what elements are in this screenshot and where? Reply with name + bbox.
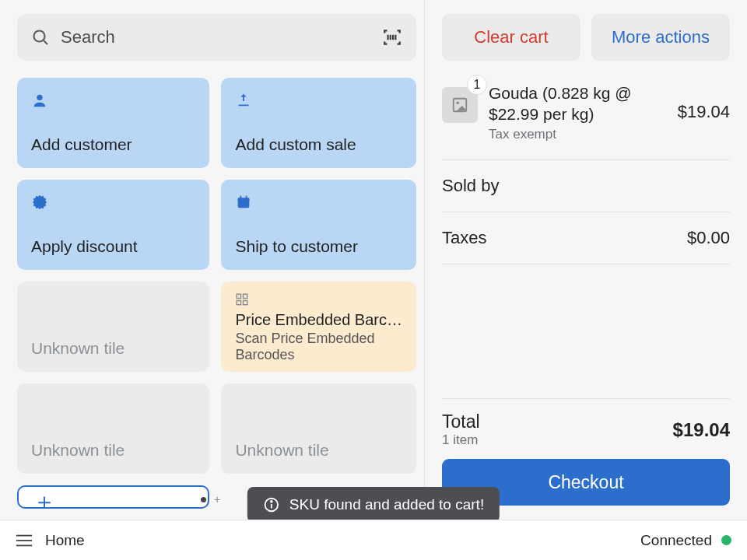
price-embedded-barcode-tile[interactable]: Price Embedded Barc… Scan Price Embedded… <box>221 282 416 372</box>
svg-rect-12 <box>244 294 247 298</box>
total-item-count: 1 item <box>442 432 480 448</box>
toast-message: SKU found and added to cart! <box>289 496 484 513</box>
svg-rect-11 <box>237 294 241 298</box>
bottom-bar: Home Connected <box>0 520 747 560</box>
connected-label: Connected <box>640 532 712 549</box>
cart-item-price: $19.04 <box>678 102 730 122</box>
menu-icon[interactable] <box>16 534 33 548</box>
grid-icon <box>235 292 249 306</box>
tile-label: Ship to customer <box>235 237 402 256</box>
info-icon <box>263 496 280 513</box>
upload-icon <box>235 92 252 109</box>
tile-label: Apply discount <box>31 237 195 256</box>
tile-label: Unknown tile <box>31 441 195 460</box>
apply-discount-tile[interactable]: Apply discount <box>17 180 209 270</box>
tile-label: Add customer <box>31 135 195 154</box>
search-icon <box>31 28 50 47</box>
total-row: Total 1 item $19.04 <box>442 398 730 448</box>
more-actions-button[interactable]: More actions <box>591 14 730 61</box>
svg-point-0 <box>34 31 45 42</box>
status-dot-icon <box>721 535 731 545</box>
add-tile-button[interactable]: ＋ <box>17 485 209 509</box>
svg-rect-8 <box>238 198 250 201</box>
person-icon <box>31 92 48 109</box>
unknown-tile[interactable]: Unknown tile <box>17 383 209 474</box>
connection-status[interactable]: Connected <box>640 532 731 549</box>
taxes-label: Taxes <box>442 228 486 248</box>
plus-icon: ＋ <box>33 486 56 509</box>
svg-rect-13 <box>237 301 241 305</box>
add-customer-tile[interactable]: Add customer <box>17 78 209 168</box>
quantity-badge: 1 <box>467 75 487 95</box>
tile-pager[interactable]: + <box>201 493 220 506</box>
add-custom-sale-tile[interactable]: Add custom sale <box>221 78 416 168</box>
tile-label: Unknown tile <box>31 339 195 358</box>
ship-to-customer-tile[interactable]: Ship to customer <box>221 180 416 270</box>
tile-subtitle: Scan Price Embedded Barcodes <box>235 331 402 364</box>
sold-by-label: Sold by <box>442 176 499 196</box>
tile-title: Price Embedded Barc… <box>235 311 402 329</box>
total-amount: $19.04 <box>673 419 730 441</box>
unknown-tile[interactable]: Unknown tile <box>17 282 209 372</box>
svg-line-1 <box>44 40 47 44</box>
pager-dot-active <box>201 497 206 502</box>
cart-item-tag: Tax exempt <box>489 127 667 142</box>
tile-label: Unknown tile <box>235 441 402 460</box>
calendar-icon <box>235 194 252 211</box>
svg-point-19 <box>271 501 272 502</box>
search-input[interactable] <box>61 27 382 47</box>
pager-add-icon[interactable]: + <box>214 493 220 506</box>
taxes-value: $0.00 <box>687 228 730 248</box>
image-icon <box>451 96 468 114</box>
clear-cart-button[interactable]: Clear cart <box>442 14 580 61</box>
cart-item-name: Gouda (0.828 kg @ $22.99 per kg) <box>489 82 667 125</box>
svg-rect-14 <box>244 301 247 305</box>
svg-point-6 <box>37 95 42 100</box>
unknown-tile[interactable]: Unknown tile <box>221 383 416 474</box>
taxes-row[interactable]: Taxes $0.00 <box>442 212 730 264</box>
search-bar[interactable] <box>17 14 416 61</box>
discount-badge-icon <box>31 194 48 211</box>
toast-notification: SKU found and added to cart! <box>247 487 500 523</box>
sold-by-row[interactable]: Sold by <box>442 160 730 212</box>
svg-point-16 <box>456 101 459 104</box>
barcode-scan-icon[interactable] <box>382 27 402 47</box>
home-label[interactable]: Home <box>45 532 85 549</box>
tile-label: Add custom sale <box>235 135 402 154</box>
cart-item[interactable]: 1 Gouda (0.828 kg @ $22.99 per kg) Tax e… <box>442 82 730 160</box>
total-label: Total <box>442 411 480 432</box>
